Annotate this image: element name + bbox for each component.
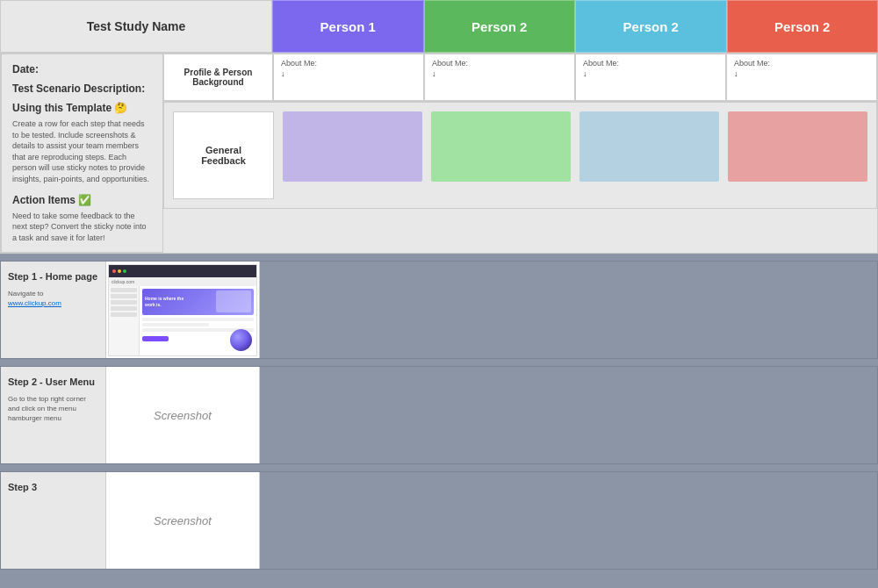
about-label-1: About Me: [281, 59, 416, 68]
step3-data-area [260, 472, 877, 569]
clickup-top-bar [109, 265, 256, 277]
feedback-label: General Feedback [183, 145, 264, 166]
content-line-2 [142, 323, 209, 326]
feedback-label-cell: General Feedback [173, 111, 274, 199]
step2-cell: Step 2 - User Menu Go to the top right c… [1, 367, 106, 463]
step3-section: Step 3 Screenshot [0, 471, 878, 570]
person2-blue-label: Person 2 [623, 19, 679, 34]
about-value-1: ↓ [281, 69, 416, 78]
date-label: Date: [12, 63, 152, 75]
sticky-pink[interactable] [728, 111, 867, 182]
about-value-2: ↓ [432, 69, 567, 78]
feedback-section: General Feedback [163, 102, 877, 209]
sticky-green[interactable] [431, 111, 571, 182]
template-desc: Create a row for each step that needs to… [12, 118, 152, 185]
top-info-section: Date: Test Scenario Description: Using t… [0, 53, 878, 254]
clickup-nav-sidebar [109, 286, 140, 355]
maximize-dot [123, 269, 126, 273]
about-value-3: ↓ [583, 69, 718, 78]
clickup-hero-image [216, 290, 251, 312]
clickup-hero-text: Home is where thework is. [145, 296, 184, 307]
profile-row: Profile & Person Background About Me: ↓ … [163, 54, 877, 102]
profile-label-line1: Profile & Person [184, 68, 253, 77]
about-label-2: About Me: [432, 59, 567, 68]
sticky-purple[interactable] [283, 111, 422, 182]
scenario-label: Test Scenario Description: [12, 82, 152, 95]
profile-label-cell: Profile & Person Background [163, 54, 273, 101]
nav-item-1 [111, 288, 137, 292]
action-desc: Need to take some feedback to the next s… [12, 211, 152, 244]
nav-item-4 [111, 306, 137, 311]
step3-screenshot-cell: Screenshot [106, 472, 260, 569]
step1-link[interactable]: www.clickup.com [8, 299, 61, 307]
header-row: Test Study Name Person 1 Person 2 Person… [0, 0, 878, 53]
step1-navigate: Navigate to www.clickup.com [8, 289, 98, 308]
profile-label-line2: Background [192, 77, 243, 87]
nav-item-5 [111, 312, 137, 317]
clickup-tab-label: clickup.com [112, 279, 134, 284]
content-line-1 [142, 318, 254, 321]
person1-header: Person 1 [272, 0, 424, 53]
step2-data-area [260, 367, 877, 463]
close-dot [112, 269, 116, 273]
nav-item-3 [111, 300, 137, 305]
profile-data-1: About Me: ↓ [273, 54, 424, 101]
step1-cell: Step 1 - Home page Navigate to www.click… [1, 262, 106, 358]
about-label-3: About Me: [583, 59, 718, 68]
clickup-tab-bar: clickup.com [109, 277, 256, 286]
sticky-blue[interactable] [579, 111, 719, 182]
about-value-4: ↓ [734, 69, 869, 78]
step2-title: Step 2 - User Menu [8, 376, 95, 388]
step2-navigate: Go to the top right corner and click on … [8, 394, 98, 424]
person2-green-label: Person 2 [471, 19, 527, 34]
clickup-cta-button[interactable] [142, 336, 169, 341]
step1-title: Step 1 - Home page [8, 270, 97, 283]
step3-title: Step 3 [8, 481, 37, 493]
template-label: Using this Template 🤔 [12, 102, 152, 114]
clickup-screenshot: clickup.com Home is where thework is. [108, 264, 257, 356]
minimize-dot [118, 269, 121, 273]
profile-data-3: About Me: ↓ [575, 54, 726, 101]
action-label: Action Items ✅ [12, 194, 152, 206]
person2-blue-header: Person 2 [575, 0, 727, 53]
step2-screenshot-placeholder: Screenshot [154, 409, 212, 422]
clickup-3d-sphere [230, 329, 252, 351]
person2-green-header: Person 2 [424, 0, 576, 53]
step1-screenshot-cell: clickup.com Home is where thework is. [106, 262, 260, 358]
profile-data-4: About Me: ↓ [726, 54, 877, 101]
study-title: Test Study Name [87, 19, 186, 33]
person2-red-label: Person 2 [774, 19, 830, 34]
nav-item-2 [111, 294, 137, 298]
study-title-cell: Test Study Name [0, 0, 272, 53]
profile-data-2: About Me: ↓ [424, 54, 575, 101]
step1-navigate-text: Navigate to [8, 290, 43, 298]
step2-section: Step 2 - User Menu Go to the top right c… [0, 366, 878, 464]
right-grid: Profile & Person Background About Me: ↓ … [163, 54, 877, 253]
step3-screenshot-placeholder: Screenshot [154, 514, 212, 527]
clickup-hero-banner: Home is where thework is. [142, 289, 254, 315]
step2-screenshot-cell: Screenshot [106, 367, 260, 463]
about-label-4: About Me: [734, 59, 869, 68]
step1-data-area [260, 262, 877, 358]
info-sidebar: Date: Test Scenario Description: Using t… [1, 54, 163, 253]
step3-cell: Step 3 [1, 472, 106, 569]
step1-section: Step 1 - Home page Navigate to www.click… [0, 261, 878, 359]
person2-red-header: Person 2 [727, 0, 879, 53]
person1-label: Person 1 [320, 19, 376, 34]
